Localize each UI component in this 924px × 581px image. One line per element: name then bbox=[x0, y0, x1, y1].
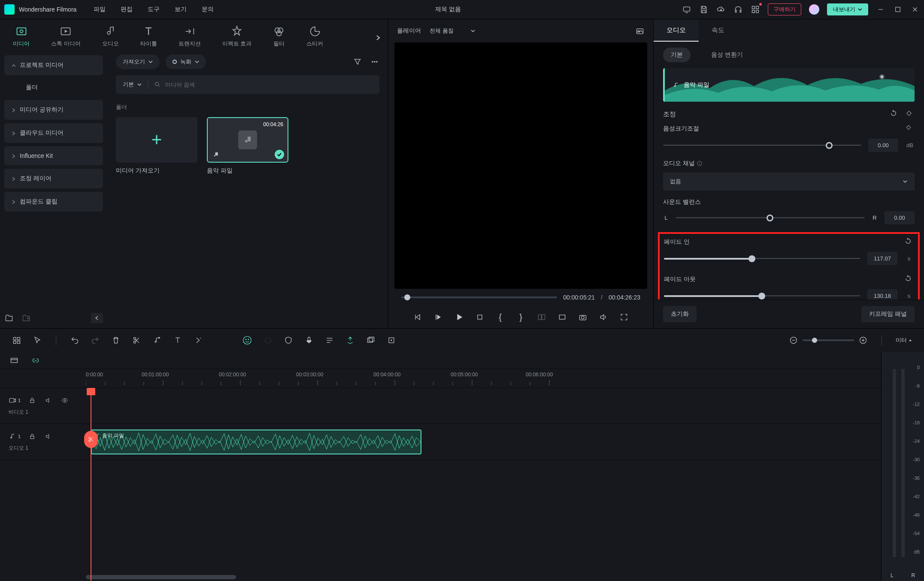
search-scope[interactable]: 기본 bbox=[123, 81, 148, 88]
tabs-more-icon[interactable] bbox=[375, 34, 382, 41]
record-dropdown[interactable]: 녹화 bbox=[166, 54, 206, 69]
volume-icon[interactable] bbox=[599, 312, 608, 322]
sidebar-influence[interactable]: Influence Kit bbox=[4, 146, 103, 165]
reset-adjust-icon[interactable] bbox=[890, 109, 899, 119]
camera-icon[interactable] bbox=[578, 312, 588, 322]
ai-icon[interactable] bbox=[242, 336, 252, 345]
channel-dropdown[interactable]: 없음 bbox=[663, 172, 915, 191]
quality-dropdown[interactable]: 전체 품질 bbox=[430, 27, 475, 35]
fadein-slider[interactable] bbox=[664, 258, 860, 260]
sidebar-cloud[interactable]: 클라우드 미디어 bbox=[4, 123, 103, 143]
mark-in-icon[interactable]: { bbox=[496, 312, 505, 322]
keyframe-volume-icon[interactable] bbox=[905, 124, 915, 133]
meter-label[interactable]: 미터 bbox=[896, 336, 912, 344]
sidebar-project-media[interactable]: 프로젝트 미디어 bbox=[4, 55, 103, 75]
tab-media[interactable]: 미디어 bbox=[9, 23, 34, 50]
play-icon[interactable] bbox=[454, 312, 464, 322]
collapse-sidebar-icon[interactable] bbox=[91, 313, 103, 323]
delete-icon[interactable] bbox=[111, 336, 121, 345]
ratio-icon[interactable] bbox=[557, 312, 567, 322]
mute-icon[interactable] bbox=[44, 396, 53, 405]
minimize-button[interactable] bbox=[876, 5, 885, 14]
player-seek-slider[interactable] bbox=[401, 297, 557, 298]
sidebar-share[interactable]: 미디어 공유하기 bbox=[4, 100, 103, 120]
menu-file[interactable]: 파일 bbox=[94, 6, 106, 13]
volume-value[interactable]: 0.00 bbox=[868, 139, 898, 152]
reset-fadein-icon[interactable] bbox=[904, 237, 914, 247]
text-icon[interactable] bbox=[173, 336, 182, 345]
undo-icon[interactable] bbox=[70, 336, 79, 345]
maximize-button[interactable] bbox=[893, 5, 903, 14]
export-button[interactable]: 내보내기 bbox=[827, 3, 868, 15]
volume-slider[interactable] bbox=[663, 145, 861, 146]
shield-icon[interactable] bbox=[284, 336, 293, 345]
reset-fadeout-icon[interactable] bbox=[904, 275, 914, 284]
playhead[interactable] bbox=[91, 388, 91, 581]
keyframe-panel-button[interactable]: 키프레임 패널 bbox=[861, 306, 915, 322]
fadein-value[interactable]: 117.07 bbox=[867, 252, 897, 265]
tab-stock[interactable]: 스톡 미디어 bbox=[47, 23, 85, 50]
playhead-cut-button[interactable] bbox=[84, 431, 98, 448]
menu-inquiry[interactable]: 문의 bbox=[202, 6, 214, 13]
prop-tab-audio[interactable]: 오디오 bbox=[654, 19, 699, 42]
more-tools-icon[interactable] bbox=[194, 336, 203, 345]
keyframe-adjust-icon[interactable] bbox=[905, 109, 915, 119]
menu-view[interactable]: 보기 bbox=[175, 6, 187, 13]
menu-edit[interactable]: 편집 bbox=[121, 6, 133, 13]
menu-tool[interactable]: 도구 bbox=[148, 6, 160, 13]
fadeout-slider[interactable] bbox=[664, 295, 860, 297]
eye-icon[interactable] bbox=[60, 396, 70, 405]
add-bin-icon[interactable] bbox=[4, 313, 14, 323]
sidebar-folder[interactable]: 폴더 bbox=[4, 79, 103, 97]
zoom-in-icon[interactable] bbox=[858, 336, 868, 345]
cursor-icon[interactable] bbox=[33, 336, 42, 345]
step-back-icon[interactable] bbox=[434, 312, 443, 322]
headphone-icon[interactable] bbox=[733, 5, 743, 14]
user-avatar[interactable] bbox=[809, 4, 819, 15]
search-input[interactable] bbox=[165, 82, 373, 88]
group-icon[interactable] bbox=[366, 336, 376, 345]
sidebar-compound[interactable]: 컴파운드 클립 bbox=[4, 192, 103, 212]
mute-icon[interactable] bbox=[44, 432, 53, 441]
player-viewport[interactable] bbox=[394, 42, 647, 289]
sidebar-adjust-layer[interactable]: 조정 레이어 bbox=[4, 169, 103, 188]
import-media-slot[interactable]: + bbox=[116, 117, 197, 163]
snapshot-icon[interactable] bbox=[635, 26, 645, 36]
close-button[interactable] bbox=[910, 5, 920, 14]
balance-slider[interactable] bbox=[676, 217, 865, 219]
timeline-scrollbar[interactable] bbox=[86, 575, 236, 579]
mic-icon[interactable] bbox=[304, 336, 314, 345]
compare-icon[interactable] bbox=[537, 312, 546, 322]
stop-icon[interactable] bbox=[475, 312, 485, 322]
layout-icon[interactable] bbox=[12, 336, 21, 345]
tab-transition[interactable]: 트랜지션 bbox=[174, 23, 205, 50]
tab-audio[interactable]: 오디오 bbox=[98, 23, 123, 50]
tab-effect[interactable]: 이펙트 효과 bbox=[218, 23, 256, 50]
track-opt1-icon[interactable] bbox=[9, 356, 19, 365]
filter-icon[interactable] bbox=[353, 57, 362, 67]
marker-icon[interactable] bbox=[345, 336, 355, 345]
fadeout-value[interactable]: 130.18 bbox=[867, 289, 897, 300]
mark-out-icon[interactable]: } bbox=[516, 312, 526, 322]
import-dropdown[interactable]: 가져오기 bbox=[116, 54, 160, 69]
buy-button[interactable]: 구매하기 bbox=[768, 3, 801, 15]
cloud-icon[interactable] bbox=[716, 5, 726, 14]
media-clip[interactable]: 00:04:26 bbox=[207, 117, 288, 163]
fullscreen-icon[interactable] bbox=[619, 312, 629, 322]
lock-icon[interactable] bbox=[27, 432, 37, 441]
tab-filter[interactable]: 필터 bbox=[269, 23, 289, 50]
save-icon[interactable] bbox=[699, 5, 709, 14]
prop-tab-speed[interactable]: 속도 bbox=[699, 19, 737, 42]
subtab-basic[interactable]: 기본 bbox=[663, 48, 691, 62]
audio-clip[interactable]: 음악 파일 bbox=[91, 430, 421, 454]
color-icon[interactable] bbox=[263, 336, 273, 345]
video-lane[interactable] bbox=[86, 393, 881, 418]
zoom-slider[interactable] bbox=[803, 339, 854, 341]
wave-marker[interactable] bbox=[879, 74, 885, 79]
split-icon[interactable] bbox=[132, 336, 141, 345]
device-icon[interactable] bbox=[682, 5, 691, 14]
redo-icon[interactable] bbox=[91, 336, 100, 345]
tab-sticker[interactable]: 스티커 bbox=[302, 23, 327, 50]
tab-title[interactable]: 타이틀 bbox=[136, 23, 161, 50]
timeline-ruler[interactable]: 0:00:00 00:01:00:00 00:02:00:00 00:03:00… bbox=[0, 369, 881, 388]
